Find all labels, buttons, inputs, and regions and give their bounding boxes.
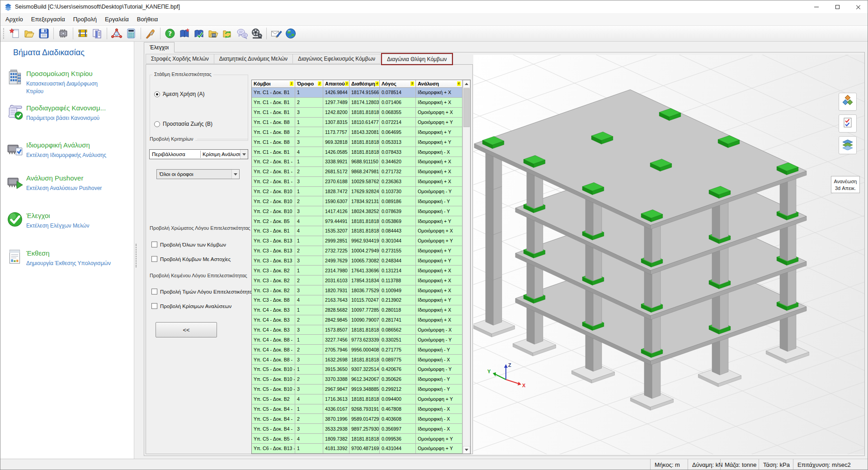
table-row[interactable]: Υπ. C1 - Δοκ. B121297.748918174.128030.0…	[252, 98, 462, 108]
scroll-down-icon[interactable]	[463, 446, 470, 454]
save-project-icon[interactable]	[37, 26, 51, 41]
column-header-1[interactable]: Όροφο2	[295, 80, 323, 88]
chevron-down-icon[interactable]	[231, 170, 239, 179]
checks-display-button[interactable]	[839, 114, 857, 133]
table-row[interactable]: Υπ. C3 - Δοκ. B141535.320718181.818180.0…	[252, 226, 462, 236]
website-icon[interactable]	[283, 26, 298, 41]
subtab-0[interactable]: Στροφές Χορδής Μελών	[146, 54, 214, 64]
checkbox-critical-analyses[interactable]: Προβολή Κρίσιμων Αναλύσεων	[151, 303, 231, 309]
tab-elegxoi[interactable]: Έλεγχοι	[144, 42, 175, 52]
table-row[interactable]: Υπ. C5 - Δοκ. B4 -23870.19969589.0147290…	[252, 414, 462, 424]
sidebar-step-5[interactable]: ΈκθεσηΔημιουργία Έκθεσης Υπολογισμών	[0, 248, 132, 280]
column-header-3[interactable]: Διαθέσιμη4	[349, 80, 380, 88]
column-header-0[interactable]: Κόμβοι1	[252, 80, 295, 88]
display-options-icon[interactable]	[143, 26, 158, 41]
table-row[interactable]: Υπ. C3 - Δοκ. B222031.610317854.318340.1…	[252, 275, 462, 285]
radio-life-safety[interactable]: Προστασία Ζωής (B)	[154, 121, 212, 127]
table-row[interactable]: Υπ. C4 - Δοκ. B8 -31632.269818181.818180…	[252, 355, 462, 365]
import-export-icon[interactable]	[221, 26, 235, 41]
sidebar-step-0[interactable]: Προσομοίωση ΚτιρίουΚατασκευαστική Διαμόρ…	[0, 68, 132, 101]
table-row[interactable]: Υπ. C3 - Δοκ. B1312999.28519962.9344190.…	[252, 236, 462, 246]
checkbox-failed-nodes[interactable]: Προβολή Κόμβων Με Αστοχίες	[151, 256, 231, 262]
chevron-down-icon[interactable]	[240, 150, 248, 159]
layers-button[interactable]	[839, 136, 857, 154]
verification-book-icon[interactable]	[192, 26, 206, 41]
table-row[interactable]: Υπ. C3 - Δοκ. B212314.798017641.336960.1…	[252, 266, 462, 275]
sidebar-step-2[interactable]: Ιδιομορφική ΑνάλυσηΕκτέλεση Ιδιομορφικής…	[0, 140, 132, 172]
collapse-panel-button[interactable]: <<	[156, 322, 217, 337]
table-row[interactable]: Υπ. C4 - Δοκ. B8 -13227.74569773.6233390…	[252, 335, 462, 345]
table-row[interactable]: Υπ. C5 - Δοκ. B4 -14336.01679268.7931910…	[252, 404, 462, 414]
table-row[interactable]: Υπ. C2 - Δοκ. B1 -32370.618810029.587620…	[252, 177, 462, 187]
minimize-button[interactable]	[806, 0, 827, 13]
forum-icon[interactable]	[235, 26, 250, 41]
checkbox-all-nodes[interactable]: Προβολή Όλων των Κόμβων	[151, 242, 226, 247]
table-row[interactable]: Υπ. C4 - Δοκ. B8 -22705.79469956.0004080…	[252, 345, 462, 355]
table-row[interactable]: Υπ. C1 - Δοκ. B811307.831518110.614770.0…	[252, 118, 462, 128]
sidebar-step-1[interactable]: Προδιαγραφές Κανονισμ...Παράμετροι βάσει…	[0, 103, 132, 135]
scroll-up-icon[interactable]	[463, 80, 470, 88]
close-button[interactable]	[848, 0, 868, 13]
sidebar-step-4[interactable]: ΈλεγχοιΕκτέλεση Ελέγχων Μελών	[0, 210, 132, 243]
table-row[interactable]: Υπ. C3 - Δοκ. B842163.764310115.702470.2…	[252, 295, 462, 305]
menu-item-4[interactable]: Βοήθεια	[133, 13, 162, 25]
table-row[interactable]: Υπ. C4 - Δοκ. B312828.568210097.772850.2…	[252, 305, 462, 315]
table-row[interactable]: Υπ. C5 - Δοκ. B10 -32967.98479919.348885…	[252, 385, 462, 394]
column-header-4[interactable]: Λόγος5	[380, 80, 416, 88]
column-header-2[interactable]: Απαιτού3	[323, 80, 349, 88]
calculator-icon[interactable]	[124, 26, 138, 41]
table-row[interactable]: Υπ. C1 - Δοκ. B141426.058518181.818180.0…	[252, 147, 462, 157]
model-viewer-icon[interactable]	[109, 26, 124, 41]
sidebar-step-3[interactable]: Ανάλυση PushoverΕκτέλεση Αναλύσεων Pusho…	[0, 173, 132, 205]
table-row[interactable]: Υπ. C2 - Δοκ. B1011828.747217629.928240.…	[252, 187, 462, 197]
open-project-icon[interactable]	[22, 26, 37, 41]
checkbox-ratio-values[interactable]: Προβολή Τιμών Λόγου Επιτελεστικότητας	[151, 289, 255, 294]
sample-projects-icon[interactable]	[206, 26, 221, 41]
3d-model-viewer[interactable]: XYZ	[473, 55, 864, 454]
table-header[interactable]: Κόμβοι1Όροφο2Απαιτού3Διαθέσιμη4Λόγος5Ανά…	[252, 80, 470, 88]
table-row[interactable]: Υπ. C2 - Δοκ. B1021590.630717834.921310.…	[252, 196, 462, 206]
table-row[interactable]: Υπ. C5 - Δοκ. B241716.361318181.818180.0…	[252, 394, 462, 404]
table-row[interactable]: Υπ. C4 - Δοκ. B322842.984510090.790070.2…	[252, 315, 462, 325]
tutorial-book-icon[interactable]	[177, 26, 192, 41]
help-icon[interactable]: ?	[163, 26, 177, 41]
radio-immediate-use[interactable]: Άμεση Χρήση (A)	[154, 91, 205, 97]
table-row[interactable]: Υπ. C1 - Δοκ. B111426.984418174.915660.0…	[252, 88, 462, 98]
table-row[interactable]: Υπ. C2 - Δοκ. B1 -13338.99219688.9111500…	[252, 157, 462, 167]
table-row[interactable]: Υπ. C2 - Δοκ. B1031417.412618024.382520.…	[252, 206, 462, 216]
table-row[interactable]: Υπ. C6 - Δοκ. B13 -14181.33929700.487169…	[252, 444, 462, 454]
table-row[interactable]: Υπ. C5 - Δοκ. B10 -23370.33889612.342067…	[252, 375, 462, 385]
table-row[interactable]: Υπ. C3 - Δοκ. B1332499.762910065.730820.…	[252, 256, 462, 266]
report-icon[interactable]	[90, 26, 104, 41]
processor-icon[interactable]	[56, 26, 71, 41]
menu-item-3[interactable]: Εργαλεία	[101, 13, 133, 25]
subtab-1[interactable]: Διατμητικές Δυνάμεις Μελών	[214, 54, 293, 64]
menu-item-2[interactable]: Προβολή	[69, 13, 101, 25]
menu-item-0[interactable]: Αρχείο	[1, 13, 27, 25]
table-row[interactable]: Υπ. C3 - Δοκ. B231820.793118036.775290.1…	[252, 285, 462, 295]
table-row[interactable]: Υπ. C2 - Δοκ. B1 -22681.51729868.2479810…	[252, 167, 462, 177]
table-scrollbar[interactable]	[462, 80, 470, 454]
subtab-3[interactable]: Διαγώνια Θλίψη Κόμβων	[382, 54, 452, 64]
new-project-icon[interactable]	[8, 26, 22, 41]
table-row[interactable]: Υπ. C1 - Δοκ. B131242.820018181.818180.0…	[252, 108, 462, 118]
table-row[interactable]: Υπ. C5 - Δοκ. B10 -13915.36509307.322514…	[252, 365, 462, 375]
table-row[interactable]: Υπ. C1 - Δοκ. B83969.3281818181.818180.0…	[252, 137, 462, 147]
column-header-5[interactable]: Ανάλυση6	[416, 80, 462, 88]
table-row[interactable]: Υπ. C5 - Δοκ. B5 -41809.738218181.818180…	[252, 434, 462, 444]
subtab-2[interactable]: Διαγώνιος Εφελκυσμός Κόμβων	[293, 54, 381, 64]
refresh-3d-label[interactable]: Ανανέωση 3d Απεικ.	[831, 176, 860, 193]
table-row[interactable]: Υπ. C3 - Δοκ. B1322732.722510004.279490.…	[252, 246, 462, 256]
table-row[interactable]: Υπ. C1 - Δοκ. B821173.775718143.320810.0…	[252, 127, 462, 137]
table-row[interactable]: Υπ. C4 - Δοκ. B331573.850718181.818180.0…	[252, 325, 462, 335]
table-row[interactable]: Υπ. C5 - Δοκ. B4 -33533.29389897.2579300…	[252, 424, 462, 434]
criteria-combobox[interactable]: Περιβάλλουσα Κρίσιμη Ανάλυση	[149, 149, 248, 159]
table-row[interactable]: Υπ. C2 - Δοκ. B54979.4449118181.818180.0…	[252, 216, 462, 226]
maximize-button[interactable]	[827, 0, 848, 13]
scrollbar-thumb[interactable]	[463, 88, 470, 127]
floors-combobox[interactable]: Όλοι οι όροφοι	[156, 169, 240, 179]
view-blocks-button[interactable]	[839, 93, 857, 111]
email-icon[interactable]	[269, 26, 283, 41]
building-modeller-icon[interactable]	[75, 26, 90, 41]
sidebar-splitter[interactable]	[136, 244, 137, 267]
